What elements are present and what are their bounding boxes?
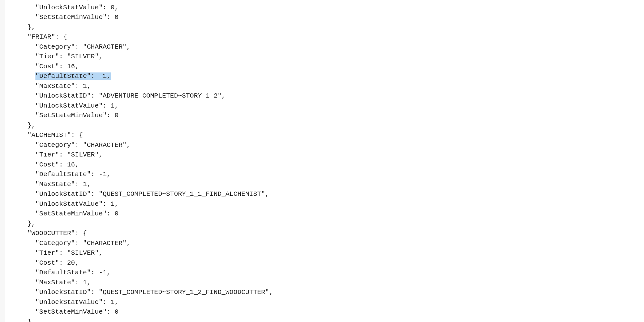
code-line[interactable]: "Category": "CHARACTER", <box>12 42 644 52</box>
code-editor[interactable]: "MaxState": 1, "UnlockStatValue": 0, "Se… <box>5 0 644 322</box>
code-line[interactable]: "UnlockStatValue": 1, <box>12 199 644 209</box>
code-line[interactable]: "MaxState": 1, <box>12 278 644 288</box>
code-line[interactable]: "SetStateMinValue": 0 <box>12 307 644 317</box>
code-line[interactable]: "Tier": "SILVER", <box>12 150 644 160</box>
code-line[interactable]: "Cost": 16, <box>12 160 644 170</box>
code-line[interactable]: "MaxState": 1, <box>12 180 644 190</box>
code-line[interactable]: "DefaultState": -1, <box>12 71 644 81</box>
code-line[interactable]: "UnlockStatValue": 1, <box>12 101 644 111</box>
code-line[interactable]: "UnlockStatValue": 1, <box>12 298 644 308</box>
code-line[interactable]: "SetStateMinValue": 0 <box>12 13 644 23</box>
code-line[interactable]: "Tier": "SILVER", <box>12 52 644 62</box>
code-line[interactable]: "MaxState": 1, <box>12 81 644 91</box>
code-line[interactable]: "WOODCUTTER": { <box>12 229 644 239</box>
code-line[interactable]: "Cost": 16, <box>12 62 644 72</box>
code-line[interactable]: "Category": "CHARACTER", <box>12 140 644 150</box>
code-line[interactable]: }, <box>12 317 644 322</box>
code-line[interactable]: "ALCHEMIST": { <box>12 130 644 140</box>
code-line[interactable]: "MaxState": 1, <box>12 0 644 3</box>
code-line[interactable]: "SetStateMinValue": 0 <box>12 111 644 121</box>
code-line[interactable]: "Category": "CHARACTER", <box>12 239 644 249</box>
code-line[interactable]: }, <box>12 219 644 229</box>
code-line[interactable]: "DefaultState": -1, <box>12 170 644 180</box>
code-line[interactable]: }, <box>12 23 644 33</box>
code-line[interactable]: "UnlockStatValue": 0, <box>12 3 644 13</box>
code-line[interactable]: "FRIAR": { <box>12 32 644 42</box>
code-line[interactable]: "Cost": 20, <box>12 258 644 268</box>
code-line[interactable]: "UnlockStatID": "ADVENTURE_COMPLETED~STO… <box>12 91 644 101</box>
code-block[interactable]: "MaxState": 1, "UnlockStatValue": 0, "Se… <box>5 0 644 322</box>
code-line[interactable]: "DefaultState": -1, <box>12 268 644 278</box>
code-line[interactable]: }, <box>12 121 644 131</box>
code-line[interactable]: "UnlockStatID": "QUEST_COMPLETED~STORY_1… <box>12 189 644 199</box>
code-line[interactable]: "Tier": "SILVER", <box>12 248 644 258</box>
selection-highlight: "DefaultState": -1, <box>35 72 111 80</box>
code-line[interactable]: "SetStateMinValue": 0 <box>12 209 644 219</box>
code-line[interactable]: "UnlockStatID": "QUEST_COMPLETED~STORY_1… <box>12 288 644 298</box>
